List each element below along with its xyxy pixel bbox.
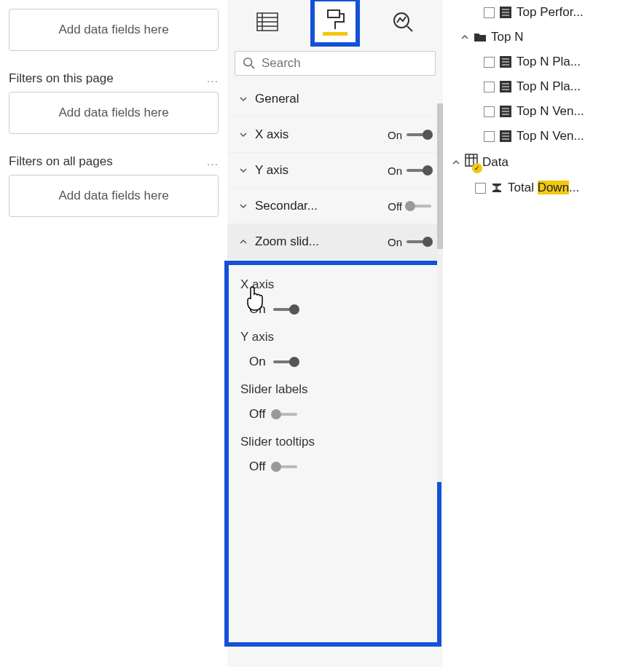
field-topn-pla1[interactable]: Top N Pla... [447, 50, 640, 74]
field-topn-ven1[interactable]: Top N Ven... [447, 99, 640, 124]
toggle-state: On [249, 355, 266, 369]
measure-icon [499, 6, 512, 19]
svg-rect-5 [328, 10, 339, 17]
filters-page-label: Filters on this page [9, 71, 114, 86]
sigma-icon [490, 181, 503, 194]
format-accordion: General X axis On Y axis On [227, 82, 443, 494]
switch-icon [407, 205, 431, 208]
zoom-slider-content: X axis On Y axis On Slider labels Off Sl… [227, 260, 443, 494]
section-label: Zoom slid... [255, 234, 319, 249]
field-topn-ven2[interactable]: Top N Ven... [447, 124, 640, 149]
chevron-down-icon [239, 130, 248, 139]
chevron-down-icon [239, 166, 248, 175]
placeholder-text: Add data fields here [58, 23, 168, 37]
toggle-zoom[interactable]: On [388, 236, 431, 248]
search-box[interactable] [235, 51, 436, 76]
toggle-slider-labels[interactable]: Off [240, 407, 430, 422]
checkbox-icon[interactable] [484, 7, 495, 18]
switch-icon [273, 308, 298, 311]
toggle-state: Off [249, 459, 265, 474]
filter-page-dropzone[interactable]: Add data fields here [9, 92, 219, 134]
tab-format-icon[interactable] [315, 1, 356, 42]
search-icon [243, 56, 256, 71]
toggle-state: Off [388, 200, 402, 213]
switch-icon [272, 413, 297, 416]
field-top-performer[interactable]: Top Perfor... [447, 0, 640, 25]
chevron-down-icon [239, 202, 248, 210]
toggle-state: On [388, 165, 402, 177]
filter-all-dropzone[interactable]: Add data fields here [9, 175, 219, 217]
switch-icon [407, 240, 431, 243]
toggle-slider-tooltips[interactable]: Off [240, 459, 430, 474]
format-tabs [227, 0, 443, 45]
field-total-down[interactable]: Total Down... [447, 175, 640, 200]
field-label: Top N Pla... [517, 55, 581, 69]
placeholder-text: Add data fields here [58, 189, 168, 203]
section-secondary[interactable]: Secondar... Off [227, 189, 443, 224]
table-icon [465, 154, 478, 170]
chevron-up-icon [239, 237, 248, 246]
more-icon[interactable]: … [206, 154, 219, 169]
filter-visual-dropzone[interactable]: Add data fields here [9, 9, 219, 51]
section-label: X axis [255, 127, 288, 142]
switch-icon [273, 360, 298, 363]
group-label: Top N [491, 30, 523, 44]
section-label: Y axis [255, 163, 288, 178]
filters-page-header: Filters on this page … [9, 68, 219, 92]
toggle-state: On [388, 236, 402, 248]
scrollbar-thumb[interactable] [437, 103, 443, 249]
section-zoom-slider[interactable]: Zoom slid... On [227, 224, 443, 260]
field-label: Top N Ven... [517, 129, 584, 143]
section-xaxis[interactable]: X axis On [227, 117, 443, 153]
field-label: Top Perfor... [517, 5, 584, 20]
group-label: Data [482, 155, 508, 170]
zoom-yaxis-label: Y axis [240, 330, 430, 344]
checkbox-icon[interactable] [484, 106, 495, 117]
toggle-zoom-xaxis[interactable]: On [240, 302, 430, 317]
toggle-yaxis[interactable]: On [388, 165, 431, 177]
filters-panel: Add data fields here Filters on this pag… [0, 0, 227, 667]
switch-icon [272, 465, 297, 468]
svg-line-7 [407, 26, 412, 31]
toggle-state: On [249, 302, 266, 317]
toggle-secondary[interactable]: Off [388, 200, 431, 213]
switch-icon [407, 133, 431, 136]
section-label: General [255, 92, 299, 106]
section-general[interactable]: General [227, 82, 443, 117]
section-label: Secondar... [255, 199, 318, 213]
search-input[interactable] [262, 56, 428, 71]
tab-fields-icon[interactable] [247, 1, 288, 42]
tab-analytics-icon[interactable] [382, 1, 423, 42]
chevron-up-icon [452, 158, 460, 167]
toggle-xaxis[interactable]: On [388, 129, 431, 141]
group-top-n[interactable]: Top N [447, 25, 640, 50]
section-yaxis[interactable]: Y axis On [227, 153, 443, 189]
toggle-state: Off [249, 407, 265, 422]
group-data[interactable]: Data [447, 149, 640, 175]
check-badge-icon [472, 163, 482, 173]
checkbox-icon[interactable] [484, 82, 495, 92]
slider-labels-label: Slider labels [240, 382, 430, 397]
placeholder-text: Add data fields here [58, 106, 168, 120]
toggle-zoom-yaxis[interactable]: On [240, 355, 430, 369]
format-panel: General X axis On Y axis On [227, 0, 443, 667]
svg-line-9 [251, 66, 254, 68]
checkbox-icon[interactable] [484, 57, 495, 68]
slider-tooltips-label: Slider tooltips [240, 435, 430, 449]
more-icon[interactable]: … [206, 71, 219, 86]
measure-icon [499, 55, 512, 68]
measure-icon [499, 80, 512, 93]
field-topn-pla2[interactable]: Top N Pla... [447, 74, 640, 99]
field-label: Total Down... [508, 181, 579, 195]
filters-all-label: Filters on all pages [9, 154, 113, 169]
chevron-down-icon [239, 95, 248, 103]
active-tab-underline [323, 32, 347, 36]
measure-icon [499, 105, 512, 118]
checkbox-icon[interactable] [484, 131, 495, 142]
folder-icon [474, 31, 487, 44]
chevron-up-icon [460, 33, 469, 42]
switch-icon [407, 169, 431, 172]
field-label: Top N Ven... [517, 104, 584, 119]
checkbox-icon[interactable] [475, 183, 486, 194]
filters-all-header: Filters on all pages … [9, 151, 219, 175]
